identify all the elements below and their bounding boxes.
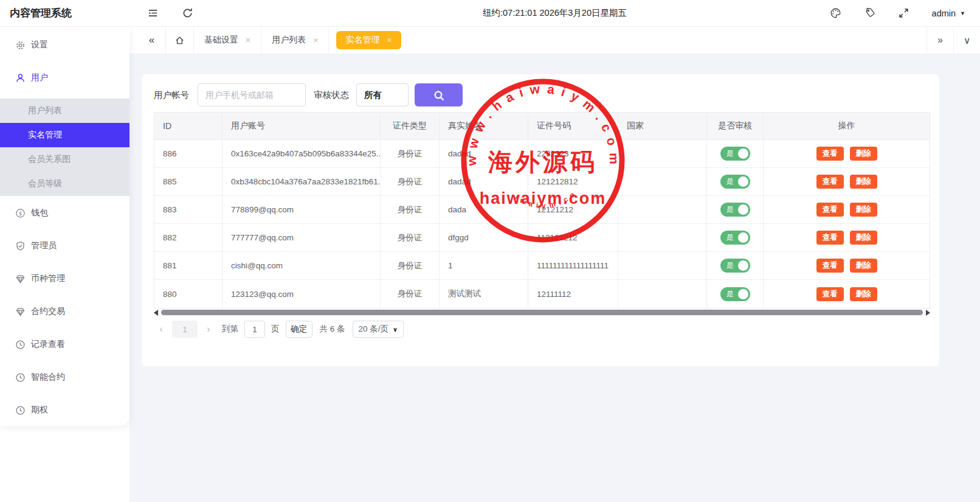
tab-user-list[interactable]: 用户列表 ×	[261, 27, 329, 54]
view-button[interactable]: 查看	[816, 175, 844, 189]
realname-table: ID 用户账号 证件类型 真实姓名 证件号码 国家 是否审核 操作 8860x1…	[154, 112, 930, 309]
close-icon[interactable]: ×	[246, 35, 250, 45]
audit-toggle[interactable]: 是	[720, 259, 750, 273]
view-button[interactable]: 查看	[816, 203, 844, 217]
toggle-knob	[738, 260, 748, 271]
page-unit-label: 页	[271, 324, 280, 335]
dollar-circle-icon	[15, 208, 26, 218]
horizontal-scrollbar[interactable]	[154, 309, 930, 316]
account-filter-input[interactable]	[198, 83, 306, 106]
sidebar-item-records[interactable]: 记录查看	[0, 332, 129, 357]
scroll-left-arrow-icon[interactable]	[154, 310, 158, 316]
delete-button[interactable]: 删除	[850, 203, 877, 217]
tabs-scroll-right-icon[interactable]: »	[927, 27, 953, 54]
scroll-right-arrow-icon[interactable]	[926, 310, 930, 316]
column-header-cert-no: 证件号码	[528, 113, 618, 139]
view-button[interactable]: 查看	[816, 259, 844, 273]
tabs-scroll-left-icon[interactable]: «	[138, 27, 166, 54]
toggle-on-label: 是	[726, 148, 734, 159]
table-row: 880123123@qq.com身份证测试测试12111112是查看删除	[154, 280, 930, 308]
table-header: ID 用户账号 证件类型 真实姓名 证件号码 国家 是否审核 操作	[154, 113, 930, 140]
prev-page-button[interactable]: ‹	[154, 324, 168, 335]
status-filter-label: 审核状态	[314, 89, 349, 101]
sidebar-item-member-relation-graph[interactable]: 会员关系图	[0, 147, 129, 172]
sidebar-item-admins[interactable]: 管理员	[0, 234, 129, 258]
cell-audited: 是	[707, 196, 764, 223]
cell-real-name: dada	[440, 196, 528, 223]
account-filter-label: 用户帐号	[154, 89, 189, 101]
audit-toggle[interactable]: 是	[720, 147, 750, 161]
delete-button[interactable]: 删除	[850, 231, 877, 245]
sidebar-item-realname-management[interactable]: 实名管理	[0, 123, 129, 147]
home-tab[interactable]	[166, 27, 194, 54]
theme-palette-icon[interactable]	[830, 7, 842, 19]
audit-toggle[interactable]: 是	[720, 175, 750, 189]
user-submenu: 用户列表 实名管理 会员关系图 会员等级	[0, 99, 129, 196]
view-button[interactable]: 查看	[816, 231, 844, 245]
cell-audited: 是	[707, 168, 764, 195]
audit-toggle[interactable]: 是	[720, 287, 750, 301]
sidebar-item-smart-contract[interactable]: 智能合约	[0, 365, 129, 389]
cell-audited: 是	[707, 252, 764, 279]
page-size-select[interactable]: 20 条/页 ∨	[353, 321, 404, 338]
cell-account: 123123@qq.com	[223, 280, 381, 308]
cell-cert-type: 身份证	[381, 168, 440, 195]
cell-id: 881	[154, 252, 223, 279]
user-menu[interactable]: admin ▼	[932, 9, 965, 18]
sidebar-item-user-list[interactable]: 用户列表	[0, 99, 129, 123]
cell-cert-no: 111111111111111111	[528, 252, 618, 279]
main-area: « 基础设置 × 用户列表 × 实名管理 × » ∨ 用户帐号 审核状态 所有	[129, 27, 980, 502]
audit-toggle[interactable]: 是	[720, 231, 750, 245]
view-button[interactable]: 查看	[816, 147, 844, 161]
sidebar-item-label: 用户	[31, 72, 48, 83]
delete-button[interactable]: 删除	[850, 147, 877, 161]
cell-audited: 是	[707, 224, 764, 251]
status-filter-select[interactable]: 所有	[356, 83, 409, 106]
delete-button[interactable]: 删除	[850, 287, 877, 301]
sidebar-item-label: 设置	[31, 40, 48, 51]
sidebar-item-label: 币种管理	[31, 273, 65, 284]
pagination: ‹ 1 › 到第 页 确定 共 6 条 20 条/页 ∨	[154, 320, 404, 338]
user-icon	[15, 73, 26, 83]
current-page-button[interactable]: 1	[172, 321, 198, 338]
cell-id: 885	[154, 168, 223, 195]
top-bar: 内容管理系统 纽约:07:21:01 2026年3月20日星期五 admin ▼	[0, 0, 980, 27]
scrollbar-thumb[interactable]	[161, 310, 923, 315]
tab-bar: « 基础设置 × 用户列表 × 实名管理 × » ∨	[129, 27, 980, 54]
sidebar-item-member-level[interactable]: 会员等级	[0, 172, 129, 196]
table-row: 882777777@qq.com身份证dfggd112121212是查看删除	[154, 224, 930, 252]
fullscreen-icon[interactable]	[898, 7, 910, 19]
sidebar-item-wallet[interactable]: 钱包	[0, 201, 129, 225]
delete-button[interactable]: 删除	[850, 175, 877, 189]
column-header-actions: 操作	[764, 113, 930, 139]
history-icon	[15, 405, 26, 416]
cell-account: 778899@qq.com	[223, 196, 381, 223]
sidebar-item-settings[interactable]: 设置	[0, 33, 129, 57]
delete-button[interactable]: 删除	[850, 259, 877, 273]
sidebar-item-currency-management[interactable]: 币种管理	[0, 267, 129, 291]
cell-cert-no: 12111112	[528, 280, 618, 308]
tab-realname-management[interactable]: 实名管理 ×	[336, 31, 401, 49]
close-icon[interactable]: ×	[387, 35, 392, 45]
user-name: admin	[932, 9, 956, 18]
column-header-country: 国家	[618, 113, 707, 139]
cell-cert-type: 身份证	[381, 196, 440, 223]
refresh-icon[interactable]	[181, 7, 193, 19]
tag-icon[interactable]	[864, 7, 876, 19]
cell-id: 883	[154, 196, 223, 223]
sidebar-collapse-icon[interactable]	[147, 7, 159, 19]
cell-country	[618, 168, 707, 195]
confirm-button[interactable]: 确定	[286, 321, 312, 338]
sidebar-item-users[interactable]: 用户	[0, 66, 129, 90]
tab-basic-settings[interactable]: 基础设置 ×	[194, 27, 261, 54]
goto-page-input[interactable]	[244, 321, 265, 338]
tabs-menu-chevron-icon[interactable]: ∨	[953, 27, 980, 54]
sidebar-item-contract-trading[interactable]: 合约交易	[0, 299, 129, 324]
next-page-button[interactable]: ›	[201, 324, 216, 335]
close-icon[interactable]: ×	[313, 35, 318, 45]
sidebar-item-options[interactable]: 期权	[0, 398, 129, 422]
history-icon	[15, 372, 26, 383]
audit-toggle[interactable]: 是	[720, 203, 750, 217]
search-button[interactable]	[415, 83, 463, 106]
view-button[interactable]: 查看	[816, 287, 844, 301]
